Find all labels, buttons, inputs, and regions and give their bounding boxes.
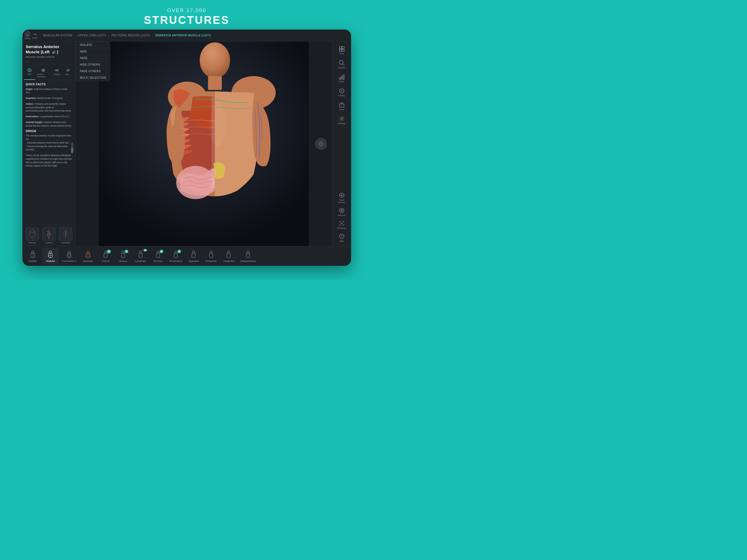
sound-icon[interactable]: 🔊 (52, 51, 56, 54)
viewport[interactable] (76, 42, 332, 246)
origin-label: Origin: (26, 88, 34, 91)
svg-point-45 (49, 251, 51, 253)
nav-tools[interactable]: Tools (334, 72, 350, 85)
scroll-indicator[interactable] (71, 142, 73, 153)
tips-label: Tips (340, 240, 344, 242)
record-label: Record (338, 214, 345, 217)
innervation-text: Long thoracic nerve (C5-C7). (40, 115, 70, 118)
home-button[interactable]: Home (25, 31, 30, 40)
nav-library[interactable]: Library (334, 85, 350, 99)
bottom-arterial[interactable]: 1 1 Arterial (97, 248, 114, 264)
latin-name: Musculus serratus anterior (26, 55, 72, 58)
origin-fact: Origin: External surfaces of first to ni… (26, 87, 72, 95)
arterial-fact: Arterial Supply: Superior thoracic and l… (26, 121, 72, 128)
action-label: Action: (26, 103, 34, 105)
thumbnail-posterior[interactable]: Posterior (58, 228, 73, 244)
nav-search[interactable]: Search (334, 58, 350, 71)
venous-badge: 1 (125, 250, 128, 253)
settings-icon (339, 116, 345, 122)
home-label: Home (25, 37, 30, 40)
svg-point-54 (175, 251, 177, 253)
action-fact: Action: Protracts and upwardly rotates p… (26, 102, 72, 113)
sep-1: › (75, 34, 76, 37)
tab-more[interactable]: Mo... (63, 67, 74, 80)
bottom-muscular[interactable]: Muscular (80, 248, 96, 264)
breadcrumb-2[interactable]: UPPER LIMB (LEFT) (78, 34, 106, 37)
tab-info-label: Info (28, 73, 31, 75)
save-screen-label: SaveScreen (338, 199, 345, 204)
respiratory-badge: 2 (177, 250, 181, 253)
insertion-text: Medial border of scapula. (37, 97, 63, 100)
bottom-respiratory[interactable]: 2 Respiratory (168, 248, 184, 264)
tab-cross-sections[interactable]: Cross-Sections (35, 67, 51, 80)
arterial-label: Arterial Supply: (26, 121, 44, 124)
lymphatic-badge: Ori (144, 249, 147, 251)
svg-point-32 (341, 90, 343, 92)
models-icon-wrap (28, 250, 37, 259)
more-tab-icon (66, 68, 71, 73)
tips-button[interactable]: ? Tips (334, 232, 350, 244)
thumbnail-anterior[interactable]: Anterior (25, 228, 40, 244)
hero-title: STRUCTURES (0, 14, 374, 26)
respiratory-label: Respiratory (170, 260, 182, 262)
svg-rect-10 (44, 228, 54, 240)
breadcrumb-3[interactable]: PECTORAL REGION (LEFT) (111, 34, 150, 37)
svg-point-39 (341, 209, 343, 212)
digestive-icon-wrap (189, 250, 198, 259)
tab-motion[interactable]: Motion (51, 67, 62, 80)
library-icon (339, 88, 345, 94)
endocrine-label: Endocrine (206, 260, 217, 262)
breadcrumb-active[interactable]: SERRATUS ANTERIOR MUSCLE (LEFT) (155, 34, 211, 37)
anatomy-render (76, 42, 332, 246)
search-icon (339, 60, 345, 66)
urogenital-icon-wrap (224, 250, 233, 259)
bottom-lymphatic[interactable]: Ori Lymphatic (132, 248, 149, 264)
structure-title: Serratus Anterior Muscle (Left 🔊 ) (26, 44, 72, 55)
svg-point-5 (55, 70, 57, 71)
nav-store[interactable]: Store (334, 100, 350, 113)
bottom-models[interactable]: Models (25, 248, 41, 264)
store-icon (339, 102, 345, 108)
svg-rect-24 (339, 49, 341, 51)
nav-settings[interactable]: Settings (334, 113, 350, 127)
svg-rect-14 (208, 76, 222, 90)
innervation-label: Innervation: (26, 115, 40, 118)
respiratory-icon-wrap: 2 (171, 250, 180, 259)
rotation-handle[interactable] (315, 138, 327, 150)
nav-hub[interactable]: Hub (334, 44, 350, 57)
svg-point-18 (209, 102, 226, 147)
breadcrumb-1[interactable]: MUSCULAR SYSTEM (43, 34, 73, 37)
device-frame: Home ↩ Undo MUSCULAR SYSTEM › UPPER LIMB… (22, 29, 351, 266)
svg-point-52 (139, 251, 141, 253)
undo-button[interactable]: ↩ Undo (32, 32, 37, 39)
svg-point-50 (104, 251, 107, 253)
nervous-icon-wrap: 5 (153, 250, 163, 259)
more-dots[interactable]: ... (26, 59, 72, 63)
record-button[interactable]: Record (334, 206, 350, 218)
svg-point-48 (68, 251, 70, 253)
left-panel: Serratus Anterior Muscle (Left 🔊 ) Muscu… (22, 42, 76, 246)
arterial-label: Arterial (102, 260, 110, 262)
ar-mode-label: AR Mode (337, 227, 346, 229)
cross-sections-icon (41, 68, 45, 73)
bottom-integumentary[interactable]: Integumentary (238, 248, 258, 264)
tab-info[interactable]: i Info (24, 67, 35, 80)
svg-point-55 (192, 251, 195, 253)
bottom-nervous[interactable]: 5 Nervous (150, 248, 166, 264)
bottom-skeletal[interactable]: Skeletal (42, 248, 58, 264)
connective-icon-wrap (65, 250, 74, 259)
integumentary-label: Integumentary (240, 260, 256, 262)
thumbnail-lateral[interactable]: Lateral (41, 228, 56, 244)
breadcrumb: MUSCULAR SYSTEM › UPPER LIMB (LEFT) › PE… (43, 34, 211, 37)
bottom-urogenital[interactable]: Urogenital (221, 248, 237, 264)
bottom-endocrine[interactable]: Endocrine (203, 248, 219, 264)
sep-2: › (108, 34, 109, 37)
bottom-connective[interactable]: Connective T. (60, 248, 79, 264)
bottom-digestive[interactable]: Digestive (185, 248, 202, 264)
save-screen-button[interactable]: SaveScreen (334, 190, 350, 205)
ar-mode-button[interactable]: AR Mode (334, 219, 350, 231)
bottom-venous[interactable]: 1 Venous (115, 248, 131, 264)
urogenital-label: Urogenital (223, 260, 234, 262)
svg-point-34 (341, 118, 343, 120)
integumentary-icon-wrap (243, 250, 253, 259)
